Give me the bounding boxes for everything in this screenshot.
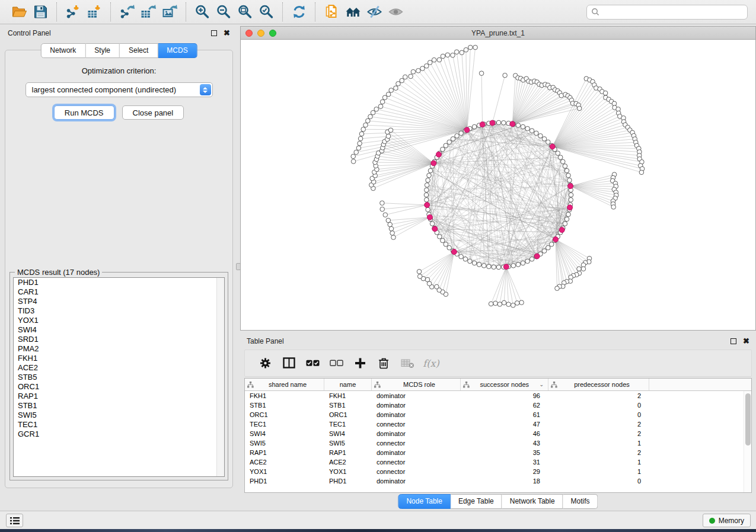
import-network-button[interactable] [62, 2, 84, 22]
table-scrollbar-thumb[interactable] [745, 393, 751, 446]
deselect-all-icon [330, 357, 343, 369]
float-panel-icon[interactable] [211, 30, 217, 36]
table-scrollbar[interactable] [744, 391, 751, 492]
search-box[interactable] [586, 5, 748, 20]
cell-successor-nodes: 96 [461, 391, 548, 400]
window-close-icon[interactable] [245, 30, 253, 37]
table-row[interactable]: STB1STB1dominator620 [245, 400, 751, 410]
settings-button[interactable] [253, 352, 277, 374]
columns-button[interactable] [277, 352, 301, 374]
mcds-result-item[interactable]: TID3 [14, 306, 224, 316]
table-row[interactable]: SWI4SWI4dominator462 [245, 429, 751, 438]
window-minimize-icon[interactable] [257, 30, 264, 37]
column-header-name[interactable]: name [324, 379, 372, 390]
mcds-result-item[interactable]: SWI5 [14, 411, 224, 420]
select-all-button[interactable] [301, 352, 324, 374]
share-document-button[interactable] [321, 2, 342, 22]
table-row[interactable]: FKH1FKH1dominator962 [245, 391, 751, 400]
mcds-result-item[interactable]: YOX1 [14, 316, 224, 325]
column-header-successor-nodes[interactable]: successor nodes⌄ [461, 379, 548, 390]
mcds-result-item[interactable]: ORC1 [14, 382, 224, 392]
zoom-in-button[interactable] [192, 2, 213, 22]
export-network-icon [119, 4, 135, 20]
export-table-button[interactable] [138, 2, 159, 22]
table-row[interactable]: ACE2ACE2connector311 [245, 457, 751, 467]
mcds-result-item[interactable]: CAR1 [14, 287, 224, 297]
task-history-button[interactable] [6, 514, 23, 527]
mcds-result-list[interactable]: PHD1CAR1STP4TID3YOX1SWI4SRD1PMA2FKH1ACE2… [13, 277, 225, 477]
mcds-result-item[interactable]: ACE2 [14, 363, 224, 373]
mcds-result-item[interactable]: PHD1 [14, 278, 224, 287]
float-table-panel-icon[interactable] [731, 338, 736, 344]
table-row[interactable]: TEC1TEC1connector472 [245, 419, 751, 429]
sort-desc-icon: ⌄ [539, 382, 544, 387]
column-type-icon [247, 382, 254, 388]
mcds-result-item[interactable]: FKH1 [14, 354, 224, 363]
tab-motifs[interactable]: Motifs [563, 494, 598, 509]
column-header-mcds-role[interactable]: MCDS role [372, 379, 461, 390]
deselect-all-button[interactable] [324, 352, 348, 374]
add-icon [353, 357, 367, 369]
tab-network[interactable]: Network [40, 43, 85, 58]
cell-successor-nodes: 35 [461, 448, 548, 457]
network-graph[interactable] [241, 40, 755, 330]
run-mcds-button[interactable]: Run MCDS [54, 105, 114, 120]
save-icon [33, 4, 49, 20]
mcds-result-item[interactable]: TEC1 [14, 420, 224, 430]
cell-name: ORC1 [324, 410, 372, 419]
network-window-titlebar[interactable]: YPA_prune.txt_1 [241, 27, 755, 40]
mcds-result-item[interactable]: SWI4 [14, 325, 224, 335]
save-button[interactable] [30, 2, 51, 22]
tab-style[interactable]: Style [85, 43, 120, 58]
export-image-icon [162, 4, 178, 20]
panel-splitter[interactable] [237, 26, 240, 508]
tab-network-table[interactable]: Network Table [502, 494, 563, 509]
cell-shared-name: ORC1 [245, 410, 324, 419]
mcds-result-item[interactable]: RAP1 [14, 392, 224, 401]
network-window: YPA_prune.txt_1 [240, 26, 756, 331]
tab-edge-table[interactable]: Edge Table [451, 494, 502, 509]
cell-predecessor-nodes: 1 [548, 438, 649, 448]
show-all-networks-button[interactable] [342, 2, 363, 22]
toolbar-separator [282, 2, 283, 21]
window-zoom-icon[interactable] [269, 30, 276, 37]
tab-mcds[interactable]: MCDS [158, 43, 197, 58]
table-row[interactable]: ORC1ORC1dominator610 [245, 410, 751, 419]
table-row[interactable]: PHD1PHD1dominator180 [245, 476, 751, 486]
mcds-result-item[interactable]: SRD1 [14, 335, 224, 344]
open-button[interactable] [8, 2, 30, 22]
control-panel-title: Control Panel [8, 29, 211, 37]
import-table-button[interactable] [84, 2, 105, 22]
network-dominator-nodes[interactable] [425, 120, 573, 270]
search-input[interactable] [602, 7, 743, 17]
export-image-button[interactable] [159, 2, 180, 22]
table-row[interactable]: YOX1YOX1connector291 [245, 467, 751, 476]
optimization-criterion-select[interactable]: largest connected component (undirected) [25, 82, 213, 97]
mcds-result-item[interactable]: STP4 [14, 297, 224, 306]
mcds-list-scrollbar[interactable] [216, 278, 224, 476]
add-button[interactable] [348, 352, 372, 374]
close-panel-icon[interactable]: ✖ [224, 30, 230, 36]
hide-panels-button[interactable] [363, 2, 385, 22]
zoom-fit-button[interactable] [234, 2, 256, 22]
export-network-button[interactable] [116, 2, 138, 22]
cell-mcds-role: dominator [372, 429, 461, 438]
memory-button[interactable]: Memory [703, 514, 751, 527]
delete-button[interactable] [372, 352, 395, 374]
column-header-shared-name[interactable]: shared name [245, 379, 324, 390]
mcds-result-item[interactable]: STB1 [14, 401, 224, 411]
zoom-out-button[interactable] [213, 2, 234, 22]
mcds-result-item[interactable]: GCR1 [14, 430, 224, 439]
table-row[interactable]: RAP1RAP1dominator352 [245, 448, 751, 457]
refresh-button[interactable] [288, 2, 310, 22]
tab-node-table[interactable]: Node Table [398, 494, 451, 509]
close-table-panel-icon[interactable]: ✖ [743, 338, 749, 344]
cell-name: SWI5 [324, 438, 372, 448]
close-panel-button[interactable]: Close panel [122, 105, 184, 120]
column-header-predecessor-nodes[interactable]: predecessor nodes [548, 379, 649, 390]
mcds-result-item[interactable]: PMA2 [14, 344, 224, 354]
mcds-result-item[interactable]: STB5 [14, 373, 224, 382]
zoom-selected-button[interactable] [256, 2, 277, 22]
table-row[interactable]: SWI5SWI5connector431 [245, 438, 751, 448]
tab-select[interactable]: Select [120, 43, 158, 58]
